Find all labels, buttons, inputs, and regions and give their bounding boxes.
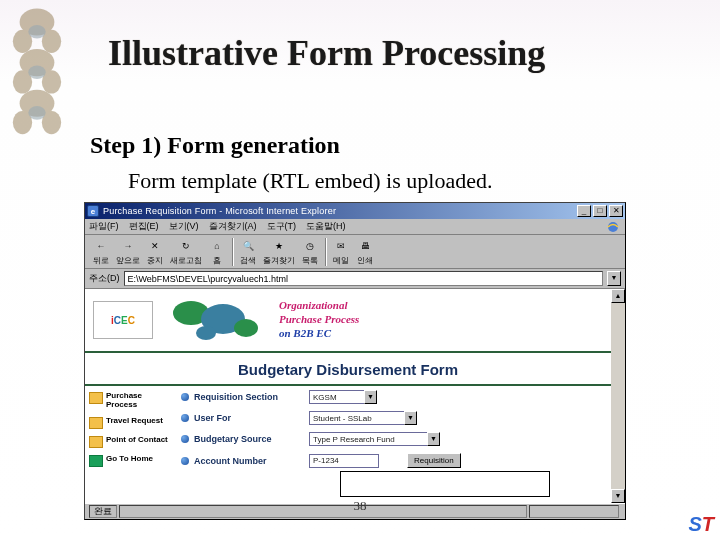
row-user-for: User For Student - SSLab▼: [177, 411, 611, 425]
address-bar: 주소(D) ▼: [85, 269, 625, 289]
home-icon: [89, 455, 103, 467]
close-button[interactable]: ✕: [609, 205, 623, 217]
vertical-scrollbar[interactable]: ▲ ▼: [611, 289, 625, 503]
menu-view[interactable]: 보기(V): [169, 220, 199, 233]
requisition-section-select[interactable]: KGSM▼: [309, 390, 377, 404]
toolbar: ←뒤로 →앞으로 ✕중지 ↻새로고침 ⌂홈 🔍검색 ★즐겨찾기 ◷목록 ✉메일 …: [85, 235, 625, 269]
svg-point-12: [608, 222, 618, 232]
svg-point-11: [28, 106, 45, 120]
window-title: Purchase Requisition Form - Microsoft In…: [103, 206, 577, 216]
stop-button[interactable]: ✕중지: [143, 237, 167, 267]
user-for-select[interactable]: Student - SSLab▼: [309, 411, 417, 425]
svg-point-9: [28, 25, 45, 39]
folder-icon: [89, 436, 103, 448]
page-banner: iCEC Organizational Purchase Process on …: [85, 289, 611, 353]
chevron-down-icon: ▼: [427, 432, 440, 446]
row-budgetary-source: Budgetary Source Type P Research Fund▼: [177, 432, 611, 446]
address-dropdown-icon[interactable]: ▼: [607, 271, 621, 286]
nav-travel-request[interactable]: Travel Request: [89, 417, 173, 429]
bullet-icon: [181, 435, 189, 443]
bullet-icon: [181, 457, 189, 465]
svg-point-16: [196, 326, 216, 340]
print-button[interactable]: 🖶인쇄: [353, 237, 377, 267]
chevron-down-icon: ▼: [364, 390, 377, 404]
field-label: Requisition Section: [194, 392, 304, 402]
folder-icon: [89, 417, 103, 429]
menu-fav[interactable]: 즐겨찾기(A): [209, 220, 257, 233]
world-map-icon: [161, 293, 271, 347]
scroll-up-icon[interactable]: ▲: [611, 289, 625, 303]
svg-point-10: [28, 66, 45, 80]
browser-window: e Purchase Requisition Form - Microsoft …: [84, 202, 626, 520]
home-button[interactable]: ⌂홈: [205, 237, 229, 267]
field-label: Budgetary Source: [194, 434, 304, 444]
forward-button[interactable]: →앞으로: [113, 237, 143, 267]
field-label: Account Number: [194, 456, 304, 466]
ie-logo-icon: [605, 220, 621, 234]
history-button[interactable]: ◷목록: [298, 237, 322, 267]
menu-help[interactable]: 도움말(H): [306, 220, 346, 233]
left-nav: Purchase Process Travel Request Point of…: [85, 386, 177, 480]
corner-logo: ST: [688, 513, 714, 536]
field-label: User For: [194, 413, 304, 423]
row-account-number: Account Number P-1234 Requisition: [177, 453, 611, 468]
minimize-button[interactable]: _: [577, 205, 591, 217]
row-requisition-section: Requisition Section KGSM▼: [177, 390, 611, 404]
chevron-down-icon: ▼: [404, 411, 417, 425]
form-fields: Requisition Section KGSM▼ User For Stude…: [177, 386, 611, 480]
address-input[interactable]: [124, 271, 604, 286]
nav-purchase-process[interactable]: Purchase Process: [89, 392, 173, 410]
ie-icon: e: [87, 205, 99, 217]
nav-go-home[interactable]: Go To Home: [89, 455, 173, 467]
maximize-button[interactable]: □: [593, 205, 607, 217]
address-label: 주소(D): [89, 272, 120, 285]
slide-left-ornament: [8, 0, 66, 160]
icec-logo: iCEC: [93, 301, 153, 339]
menubar: 파일(F) 편집(E) 보기(V) 즐겨찾기(A) 도구(T) 도움말(H): [85, 219, 625, 235]
budgetary-source-select[interactable]: Type P Research Fund▼: [309, 432, 440, 446]
refresh-button[interactable]: ↻새로고침: [167, 237, 205, 267]
menu-file[interactable]: 파일(F): [89, 220, 119, 233]
banner-text: Organizational Purchase Process on B2B E…: [279, 299, 359, 340]
bullet-icon: [181, 414, 189, 422]
nav-point-of-contact[interactable]: Point of Contact: [89, 436, 173, 448]
titlebar: e Purchase Requisition Form - Microsoft …: [85, 203, 625, 219]
requisition-button[interactable]: Requisition: [407, 453, 461, 468]
bullet-icon: [181, 393, 189, 401]
search-button[interactable]: 🔍검색: [236, 237, 260, 267]
form-title: Budgetary Disbursement Form: [85, 353, 611, 386]
slide-title: Illustrative Form Processing: [108, 32, 545, 74]
folder-icon: [89, 392, 103, 404]
mail-button[interactable]: ✉메일: [329, 237, 353, 267]
page-content: iCEC Organizational Purchase Process on …: [85, 289, 611, 503]
menu-tools[interactable]: 도구(T): [267, 220, 297, 233]
back-button[interactable]: ←뒤로: [89, 237, 113, 267]
account-number-input[interactable]: P-1234: [309, 454, 379, 468]
step-heading: Step 1) Form generation: [90, 132, 340, 159]
scroll-down-icon[interactable]: ▼: [611, 489, 625, 503]
slide-page-number: 38: [354, 498, 367, 514]
step-description: Form template (RTL embed) is uploaded.: [128, 168, 492, 194]
svg-point-15: [234, 319, 258, 337]
favorites-button[interactable]: ★즐겨찾기: [260, 237, 298, 267]
status-text: 완료: [89, 505, 117, 518]
menu-edit[interactable]: 편집(E): [129, 220, 159, 233]
